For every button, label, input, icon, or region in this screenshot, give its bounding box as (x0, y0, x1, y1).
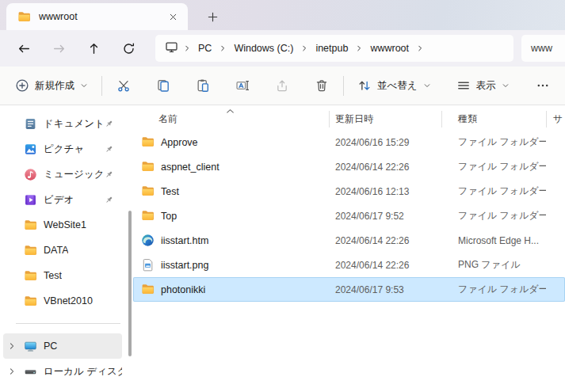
sidebar-item-0[interactable]: ドキュメント (3, 111, 122, 136)
file-list-header: 名前 更新日時 種類 サ (133, 108, 565, 130)
close-tab-icon[interactable] (162, 7, 183, 26)
paste-button[interactable] (188, 72, 218, 99)
chevron-expand-icon[interactable] (7, 367, 17, 376)
column-header-modified-label: 更新日時 (335, 112, 373, 126)
chevron-expand-icon[interactable] (7, 341, 17, 351)
new-item-icon (15, 78, 29, 93)
sidebar-item-9[interactable]: PC (3, 333, 122, 359)
sidebar-item-5[interactable]: DATA (3, 238, 122, 263)
chevron-right-icon (300, 44, 308, 52)
chevron-right-icon[interactable] (414, 44, 426, 52)
sidebar-item-3[interactable]: ビデオ (3, 187, 122, 212)
file-row-photonikki[interactable]: photonikki2024/06/17 9:53ファイル フォルダー (133, 277, 565, 302)
sidebar-item-label: PC (44, 341, 57, 352)
sort-button[interactable]: 並べ替え (350, 72, 438, 99)
back-icon (17, 42, 31, 55)
sidebar-item-10[interactable]: ローカル ディスク (D (3, 359, 122, 384)
column-header-size-label: サ (553, 112, 563, 126)
folder-icon (24, 244, 37, 257)
column-header-modified[interactable]: 更新日時 (329, 108, 441, 130)
chevron-right-icon (219, 44, 227, 52)
search-input[interactable]: www (521, 35, 565, 62)
sidebar-item-2[interactable]: ミュージック (3, 162, 122, 187)
breadcrumb-item-2[interactable]: inetpub (310, 40, 353, 56)
sidebar-item-7[interactable]: VBnet2010 (3, 288, 122, 314)
forward-button[interactable] (41, 35, 76, 62)
view-button[interactable]: 表示 (449, 72, 517, 99)
folder-icon (24, 295, 37, 308)
file-row-aspnet_client[interactable]: aspnet_client2024/06/14 22:26ファイル フォルダー (133, 154, 565, 179)
share-icon (275, 78, 289, 93)
folder-icon (24, 219, 37, 232)
file-row-Top[interactable]: Top2024/06/17 9:52ファイル フォルダー (133, 204, 565, 228)
chevron-right-icon[interactable] (217, 44, 228, 52)
sidebar-list: ドキュメントピクチャミュージックビデオWebSite1DATATestVBnet… (0, 111, 133, 384)
chevron-right-icon[interactable] (181, 44, 193, 52)
sidebar-item-label: Test (44, 270, 62, 281)
command-toolbar: 新規作成 並べ替え 表示 (0, 67, 565, 105)
folder-icon (24, 269, 37, 283)
new-tab-button[interactable] (200, 5, 224, 29)
column-header-type[interactable]: 種類 (441, 108, 546, 130)
file-row-iisstart.png[interactable]: iisstart.png2024/06/14 22:26PNG ファイル (133, 253, 565, 277)
pin-icon (104, 144, 114, 154)
new-item-label: 新規作成 (35, 79, 74, 93)
sort-icon (357, 78, 372, 93)
pc-icon (24, 340, 37, 353)
cut-button[interactable] (109, 72, 139, 99)
sidebar-scrollbar[interactable] (128, 211, 132, 356)
back-button[interactable] (6, 35, 41, 62)
folder-icon (17, 10, 31, 24)
file-row-Approve[interactable]: Approve2024/06/16 15:29ファイル フォルダー (133, 130, 565, 154)
toolbar-separator (101, 76, 102, 96)
chevron-right-icon (355, 44, 363, 52)
new-item-button[interactable]: 新規作成 (8, 72, 95, 99)
sidebar-item-6[interactable]: Test (3, 263, 122, 288)
folder-icon (141, 283, 155, 296)
pictures-icon (24, 143, 37, 156)
view-icon (456, 78, 471, 93)
sidebar-item-4[interactable]: WebSite1 (3, 212, 122, 238)
column-header-size[interactable]: サ (546, 108, 565, 130)
breadcrumb-home[interactable] (162, 38, 181, 59)
sort-ascending-icon (226, 108, 235, 114)
more-icon (536, 78, 550, 93)
sidebar-item-label: DATA (44, 245, 68, 256)
tab-wwwroot[interactable]: wwwroot (6, 3, 188, 30)
sidebar-item-label: ドキュメント (44, 117, 104, 131)
rename-button[interactable] (227, 72, 258, 99)
more-options-button[interactable] (528, 72, 558, 99)
file-name-label: iisstart.htm (161, 235, 208, 246)
tab-bar: wwwroot (0, 0, 565, 30)
file-list-pane: 名前 更新日時 種類 サ Approve2024/06/16 15:29ファイル… (133, 106, 565, 392)
monitor-icon (165, 40, 178, 54)
chevron-right-icon[interactable] (353, 44, 365, 52)
file-name-label: aspnet_client (161, 162, 220, 173)
pin-icon (104, 195, 114, 205)
content-area: ドキュメントピクチャミュージックビデオWebSite1DATATestVBnet… (0, 106, 565, 392)
file-type-label: ファイル フォルダー (441, 135, 546, 149)
chevron-right-icon[interactable] (299, 44, 310, 52)
refresh-button[interactable] (111, 35, 146, 62)
sidebar-item-1[interactable]: ピクチャ (3, 136, 122, 162)
file-name-label: Top (161, 211, 177, 222)
chevron-down-icon (502, 82, 510, 89)
file-explorer-window: wwwroot PCWindows (C:)inetpubwwwroot www… (0, 0, 565, 392)
folder-icon (141, 160, 155, 173)
sidebar-item-label: ピクチャ (44, 143, 84, 156)
cut-icon (116, 78, 131, 93)
share-button[interactable] (267, 72, 297, 99)
breadcrumb-item-0[interactable]: PC (193, 40, 217, 56)
copy-button[interactable] (148, 72, 178, 99)
breadcrumb-item-3[interactable]: wwwroot (365, 40, 414, 56)
documents-icon (24, 117, 37, 131)
breadcrumb-item-1[interactable]: Windows (C:) (228, 40, 299, 56)
sort-label: 並べ替え (377, 79, 418, 93)
delete-button[interactable] (307, 72, 337, 99)
file-row-Test[interactable]: Test2024/06/16 12:13ファイル フォルダー (133, 179, 565, 204)
up-button[interactable] (76, 35, 111, 62)
file-row-iisstart.htm[interactable]: iisstart.htm2024/06/14 22:26Microsoft Ed… (133, 228, 565, 253)
file-name-cell: iisstart.htm (133, 234, 329, 247)
tab-title: wwwroot (39, 11, 162, 22)
search-text: www (531, 43, 552, 54)
